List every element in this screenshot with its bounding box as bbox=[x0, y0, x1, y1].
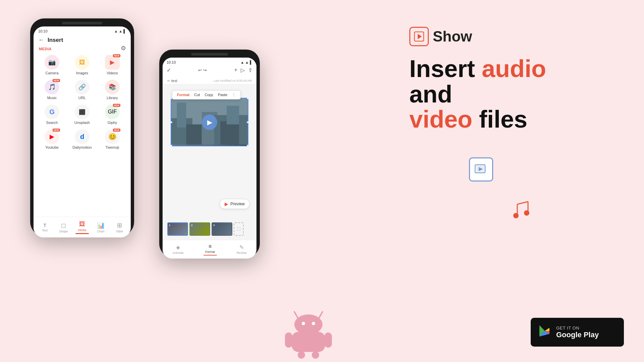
dailymotion-item[interactable]: d Dailymotion bbox=[70, 129, 94, 149]
left-phone: 10:10 ▲ ▲ ▌ ← Insert ⚙ MEDIA 📷 Camera bbox=[30, 18, 134, 236]
thumb-2[interactable]: 2 bbox=[189, 222, 210, 236]
right-screen: 10:10 ▲ ▲ ▌ ✓ ↩ ↪ + ▷ ⇪ bbox=[163, 58, 256, 259]
insert-header: ← Insert bbox=[34, 34, 131, 47]
video-play-button[interactable]: ▶ bbox=[202, 115, 217, 130]
google-play-badge[interactable]: GET IT ON Google Play bbox=[531, 318, 624, 347]
tab-animate[interactable]: ◈ Animate bbox=[173, 244, 184, 255]
animate-label: Animate bbox=[173, 251, 184, 255]
format-icon: ≡ bbox=[209, 243, 212, 249]
thumbnails-row: 1 2 3 □ bbox=[167, 222, 252, 236]
handle-bl bbox=[171, 144, 173, 146]
unsplash-item[interactable]: ⬛ Unsplash bbox=[70, 104, 94, 125]
svg-rect-26 bbox=[325, 333, 332, 348]
status-bar-right: 10:10 ▲ ▲ ▌ bbox=[163, 60, 256, 65]
unsplash-label: Unsplash bbox=[74, 121, 90, 125]
headline-video: video bbox=[409, 106, 472, 133]
play-icon[interactable]: ▷ bbox=[241, 67, 245, 73]
search-item[interactable]: G Search bbox=[40, 104, 64, 125]
headline-section: Show Insert audio and video files bbox=[409, 27, 617, 132]
chart-nav-label: Chart bbox=[97, 230, 105, 233]
copy-btn[interactable]: Copy bbox=[202, 92, 215, 98]
table-nav-icon: ⊞ bbox=[117, 222, 122, 229]
giphy-item[interactable]: GIF NEW Giphy bbox=[101, 104, 124, 125]
back-arrow-icon[interactable]: ← bbox=[38, 37, 44, 44]
giphy-new-badge: NEW bbox=[113, 104, 120, 107]
dailymotion-label: Dailymotion bbox=[72, 145, 92, 149]
music-item[interactable]: 🎵 NEW Music bbox=[40, 80, 64, 100]
svg-point-21 bbox=[294, 314, 323, 335]
settings-icon[interactable]: ⚙ bbox=[121, 45, 126, 52]
media-nav-label: Media bbox=[78, 228, 86, 232]
video-area[interactable]: ▶ bbox=[171, 98, 248, 146]
android-mascot bbox=[282, 302, 335, 362]
giphy-label: Giphy bbox=[108, 121, 117, 125]
svg-point-17 bbox=[513, 213, 519, 218]
last-modified-text: Last modified on 9:05:43 AM bbox=[214, 79, 252, 82]
url-label: URL bbox=[78, 96, 86, 100]
grid-row-2: 🎵 NEW Music 🔗 URL 📚 Library bbox=[34, 78, 131, 101]
doc-title-text: test bbox=[171, 79, 177, 83]
unsplash-icon: ⬛ bbox=[75, 104, 90, 119]
grid-row-3: G Search ⬛ Unsplash GIF NEW Giphy bbox=[34, 103, 131, 126]
videos-label: Videos bbox=[107, 71, 118, 75]
images-label: Images bbox=[76, 71, 88, 75]
svg-rect-27 bbox=[298, 351, 305, 359]
shape-nav-icon: ◻ bbox=[61, 222, 66, 229]
share-icon[interactable]: ⇪ bbox=[248, 67, 252, 73]
tab-format[interactable]: ≡ Format bbox=[203, 243, 217, 256]
nav-media[interactable]: 🖼 Media bbox=[74, 221, 91, 234]
videos-new-badge: NEW bbox=[113, 54, 120, 57]
toolbar-right: + ▷ ⇪ bbox=[234, 67, 252, 73]
preview-button[interactable]: ▶ Preview bbox=[220, 199, 250, 209]
context-menu: Format Cut Copy Paste ⋮ bbox=[172, 90, 241, 99]
thumb-3[interactable]: 3 bbox=[212, 222, 232, 236]
preview-play-icon: ▶ bbox=[225, 201, 228, 207]
cut-btn[interactable]: Cut bbox=[192, 92, 202, 98]
review-icon: ✎ bbox=[239, 244, 244, 250]
images-item[interactable]: 🖼 Images bbox=[70, 55, 94, 75]
headline-line1: Insert audio bbox=[409, 56, 617, 82]
format-label: Format bbox=[205, 250, 215, 254]
text-nav-label: Text bbox=[42, 229, 48, 232]
insert-title: Insert bbox=[48, 37, 63, 44]
thumb-add[interactable]: □ bbox=[234, 222, 244, 236]
shape-nav-label: Shape bbox=[59, 230, 68, 233]
check-icon[interactable]: ✓ bbox=[167, 67, 171, 73]
twemoji-item[interactable]: 😊 NEW Twemoji bbox=[101, 129, 124, 149]
status-icons-right: ▲ ▲ ▌ bbox=[240, 60, 252, 64]
signal-icon-r: ▲ bbox=[240, 60, 244, 64]
paste-btn[interactable]: Paste bbox=[216, 92, 229, 98]
gp-logo-svg bbox=[537, 324, 551, 338]
nav-text[interactable]: T Text bbox=[37, 223, 53, 232]
format-btn[interactable]: Format bbox=[175, 92, 191, 98]
music-icon: 🎵 NEW bbox=[45, 80, 59, 94]
media-section-label: MEDIA bbox=[34, 47, 131, 54]
videos-item[interactable]: ▶ NEW Videos bbox=[101, 55, 124, 75]
camera-icon: 📷 bbox=[45, 55, 59, 70]
youtube-item[interactable]: ▶ NEW Youtube bbox=[40, 129, 64, 149]
nav-shape[interactable]: ◻ Shape bbox=[55, 222, 72, 233]
url-item[interactable]: 🔗 URL bbox=[70, 80, 94, 100]
camera-label: Camera bbox=[45, 71, 58, 75]
thumb-1[interactable]: 1 bbox=[167, 222, 188, 236]
animate-icon: ◈ bbox=[176, 244, 180, 250]
nav-table[interactable]: ⊞ Table bbox=[111, 222, 128, 233]
search-label: Search bbox=[46, 121, 58, 125]
library-item[interactable]: 📚 Library bbox=[101, 80, 124, 100]
twemoji-label: Twemoji bbox=[106, 145, 119, 149]
nav-chart[interactable]: 📊 Chart bbox=[93, 222, 109, 233]
undo-icon[interactable]: ↩ bbox=[198, 68, 202, 73]
redo-icon[interactable]: ↪ bbox=[203, 68, 207, 73]
more-btn[interactable]: ⋮ bbox=[230, 92, 238, 98]
google-play-icon bbox=[537, 324, 551, 341]
tab-review[interactable]: ✎ Review bbox=[237, 244, 247, 255]
pencil-icon: ✏ bbox=[167, 79, 170, 83]
handle-tr bbox=[246, 98, 248, 100]
text-nav-icon: T bbox=[44, 223, 47, 228]
headline-audio: audio bbox=[482, 55, 546, 82]
media-active-bar bbox=[75, 233, 89, 234]
add-icon[interactable]: + bbox=[234, 67, 237, 73]
toolbar-middle: ↩ ↪ bbox=[198, 68, 207, 73]
grid-row-1: 📷 Camera 🖼 Images ▶ NEW Videos bbox=[34, 54, 131, 76]
camera-item[interactable]: 📷 Camera bbox=[40, 55, 64, 75]
